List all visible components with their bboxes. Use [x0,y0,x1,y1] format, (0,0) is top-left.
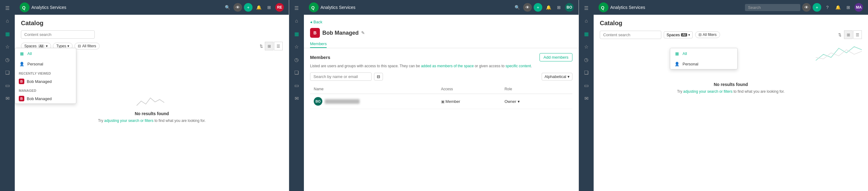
grid-icon-all-1: ▦ [19,50,25,56]
members-search-input-2[interactable] [310,73,372,81]
home-icon-2[interactable]: ⌂ [291,15,302,27]
add-btn-2[interactable]: + [534,3,542,12]
help-btn-3[interactable]: ? [823,3,832,12]
grid-btn-3[interactable]: ⊞ [844,3,852,12]
topnav-1: Q Analytics Services 🔍 👁 + 🔔 ⊞ RE [15,0,289,15]
menu-icon-3[interactable]: ☰ [581,2,592,13]
chart-svg-3 [816,42,862,64]
collections-icon-2[interactable]: ❏ [291,67,302,78]
search-btn-1[interactable]: 🔍 [223,3,231,12]
grid-view-btn-3[interactable]: ⊞ [844,30,852,39]
dropdown-item-personal-3[interactable]: 👤 Personal [670,59,737,69]
search-btn-2[interactable]: 🔍 [513,3,521,12]
catalog-search-input-3[interactable] [600,31,661,39]
no-results-title-3: No results found [606,82,856,87]
home-icon-3[interactable]: ⌂ [581,15,592,27]
col-role-2: Role [501,84,555,94]
catalog-icon[interactable]: ▦ [2,28,13,39]
grid-btn-2[interactable]: ⊞ [555,3,563,12]
catalog-icon-2[interactable]: ▦ [291,28,302,39]
eye-btn-2[interactable]: 👁 [523,3,532,12]
recently-viewed-label-1: Recently viewed [15,69,76,76]
access-icon-2: ▣ [441,100,444,104]
monitor-icon-2[interactable]: ▭ [291,80,302,91]
recent-icon[interactable]: ◷ [2,54,13,65]
add-members-btn-2[interactable]: Add members [539,53,572,62]
catalog-search-input-1[interactable] [21,30,95,39]
grid-view-btn-1[interactable]: ⊞ [265,42,274,50]
add-btn-3[interactable]: + [813,3,821,12]
dropdown-bob-recent-label-1: Bob Managed [27,79,52,84]
all-filters-3[interactable]: ⊟ All filters [695,31,720,38]
all-filters-1[interactable]: ⊟ All filters [74,43,99,49]
added-link-2[interactable]: added as members of the space [421,64,474,68]
sort-btn-3[interactable]: ⇅ [838,33,841,37]
monitor-icon[interactable]: ▭ [2,80,13,91]
mail-icon-3[interactable]: ✉ [581,93,592,104]
bell-btn-3[interactable]: 🔔 [834,3,842,12]
members-title-2: Members [310,55,330,60]
sort-label-2: Alphabetical [545,74,566,79]
adjust-link-1[interactable]: adjusting your search or filters [104,118,154,123]
svg-text:Q: Q [311,5,315,10]
grid-btn-1[interactable]: ⊞ [265,3,274,12]
person-icon-personal-1: 👤 [19,61,25,67]
list-view-btn-1[interactable]: ☰ [274,42,283,50]
eye-btn-1[interactable]: 👁 [234,3,242,12]
bell-btn-2[interactable]: 🔔 [544,3,553,12]
monitor-icon-3[interactable]: ▭ [581,80,592,91]
collections-icon-3[interactable]: ❏ [581,67,592,78]
tab-members-2[interactable]: Members [310,41,327,48]
menu-icon-2[interactable]: ☰ [291,2,302,13]
avatar-btn-1[interactable]: RE [275,3,284,12]
avatar-btn-3[interactable]: MA [855,3,863,12]
star-icon-3[interactable]: ☆ [581,41,592,52]
adjust-link-3[interactable]: adjusting your search or filters [683,89,732,94]
panel-1: ☰ ⌂ ▦ ☆ ◷ ❏ ▭ ✉ Q Analytics Services 🔍 👁… [0,0,289,191]
qlik-logo-2: Q [309,2,319,12]
recent-icon-2[interactable]: ◷ [291,54,302,65]
svg-text:Q: Q [22,5,26,10]
dropdown-bob-managed-label-1: Bob Managed [27,97,52,101]
mail-icon-2[interactable]: ✉ [291,93,302,104]
col-name-2: Name [310,84,437,94]
dropdown-item-all-3[interactable]: ▦ All [670,48,737,59]
space-avatar-2: B [310,28,320,38]
sort-btn-1[interactable]: ⇅ [259,44,263,48]
member-avatar-2: BO [314,97,322,106]
star-icon-2[interactable]: ☆ [291,41,302,52]
star-icon[interactable]: ☆ [2,41,13,52]
list-view-btn-3[interactable]: ☰ [853,30,862,39]
back-chevron-2: ◂ [310,20,312,24]
menu-icon[interactable]: ☰ [2,2,13,13]
nav-search-input-3[interactable] [745,4,800,11]
eye-btn-3[interactable]: 👁 [802,3,811,12]
filter-icon-btn-2[interactable]: ⊟ [374,73,383,80]
spaces-filter-3[interactable]: Spaces All ▾ [664,31,693,38]
edit-icon-2[interactable]: ✎ [361,30,365,35]
sort-select-2[interactable]: Alphabetical ▾ [541,73,572,80]
add-btn-1[interactable]: + [244,3,252,12]
member-access-2: Member [445,99,460,104]
mail-icon[interactable]: ✉ [2,93,13,104]
bell-btn-1[interactable]: 🔔 [254,3,263,12]
dropdown-item-all-1[interactable]: ▦ All [15,48,76,59]
dropdown-item-personal-1[interactable]: 👤 Personal [15,59,76,69]
app-title-1: Analytics Services [31,5,66,10]
spaces-label-1: Spaces [24,44,37,48]
role-select-2[interactable]: Owner ▾ [504,99,551,104]
specific-link-2[interactable]: specific content [505,64,531,68]
svg-text:Q: Q [601,5,604,10]
collections-icon[interactable]: ❏ [2,67,13,78]
home-icon[interactable]: ⌂ [2,15,13,27]
avatar-btn-2[interactable]: BO [565,3,574,12]
dropdown-item-bob-managed-1[interactable]: B Bob Managed [15,94,76,104]
dropdown-item-bob-recent-1[interactable]: B Bob Managed [15,76,76,86]
sidebar-3: ☰ ⌂ ▦ ☆ ◷ ❏ ▭ ✉ [579,0,594,191]
member-role-cell-2: Owner ▾ [501,94,555,109]
recent-icon-3[interactable]: ◷ [581,54,592,65]
spaces-badge-3: All [681,33,687,37]
back-link-2[interactable]: ◂ Back [310,20,572,24]
grid-icon-all-3: ▦ [674,50,680,56]
catalog-icon-3[interactable]: ▦ [581,28,592,39]
